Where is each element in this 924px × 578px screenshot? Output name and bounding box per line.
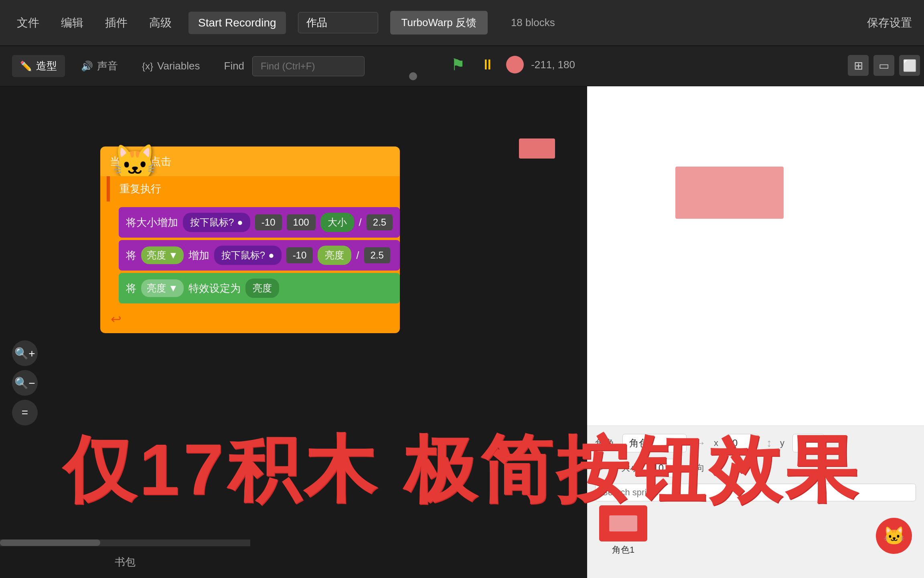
size-label-oval: 大小 (320, 213, 354, 232)
main-content: 🐱 当 ⚑ 被点击 重复执行 将大小增加 按下鼠 (0, 86, 924, 578)
sprite-item-label: 角色1 (612, 544, 634, 556)
sprite-row2: 👁 ● 大小 方向 (595, 459, 916, 477)
size-input[interactable] (647, 459, 679, 477)
sprite-panel: 角色 ↔ x ↕ y 👁 ● 大小 方向 (587, 425, 924, 578)
code-area[interactable]: 🐱 当 ⚑ 被点击 重复执行 将大小增加 按下鼠 (0, 86, 587, 578)
brightness-text-1: 亮度 (147, 249, 166, 262)
stage-small-button[interactable]: ▭ (873, 55, 894, 76)
costume-tab-label: 造型 (36, 59, 57, 73)
menu-edit[interactable]: 编辑 (56, 12, 88, 34)
change-text-2: 将 (126, 281, 136, 295)
find-label: Find (224, 60, 245, 72)
repeat-label: 重复执行 (107, 176, 400, 201)
sprite-thumb-inner (609, 515, 637, 531)
val-25-2: 2.5 (364, 247, 390, 263)
stage-red-rectangle (675, 167, 784, 219)
bag-label: 书包 (115, 555, 136, 569)
green-flag-button[interactable]: ⚑ (447, 53, 469, 76)
dropdown-arrow-1: ▼ (168, 250, 178, 261)
visibility-dot: ● (608, 463, 613, 473)
tab-blocks[interactable]: 18 blocks (500, 12, 566, 34)
tab-sound[interactable]: 🔊 声音 (73, 55, 126, 77)
brightness-text-3: 亮度 (147, 282, 166, 295)
inner-blocks: 将大小增加 按下鼠标? ● -10 100 大小 / 2.5 (107, 201, 400, 309)
sprite-row1: 角色 ↔ x ↕ y (595, 434, 916, 452)
dropdown-arrow-3: ▼ (168, 283, 178, 294)
add-text: 增加 (188, 248, 209, 263)
tab-costume[interactable]: ✏️ 造型 (12, 55, 65, 77)
horizontal-scrollbar[interactable] (0, 539, 250, 546)
change-size-text: 将大小增加 (126, 216, 178, 230)
zoom-reset-button[interactable]: = (12, 400, 38, 425)
tab-variables[interactable]: {x} Variables (134, 56, 208, 76)
pause-icon: ⏸ (480, 56, 495, 73)
zoom-out-button[interactable]: 🔍− (12, 370, 38, 396)
menu-plugin[interactable]: 插件 (100, 12, 132, 34)
val-neg10-2: -10 (286, 247, 313, 263)
canvas-decoration-rect (519, 138, 555, 159)
sprite-list-area: 角色1 (595, 484, 916, 560)
repeat-bottom-arrow: ↩ (107, 309, 400, 327)
mouse-down-text-1: 按下鼠标? (190, 216, 234, 229)
effect-pill[interactable]: 亮度 (245, 279, 279, 298)
add-extension-button[interactable]: ⊞ (848, 55, 869, 76)
variables-tab-label: Variables (157, 60, 200, 72)
direction-label: 方向 (687, 462, 705, 474)
sound-icon: 🔊 (81, 61, 93, 72)
menu-advanced[interactable]: 高级 (144, 12, 176, 34)
coordinates-display: -211, 180 (531, 59, 575, 71)
dot-1: ● (237, 217, 243, 228)
green-flag-icon: ⚑ (451, 55, 465, 74)
search-sprites-input[interactable] (595, 484, 916, 501)
add-extension-icon: ⊞ (854, 59, 863, 72)
stage-panel: 角色 ↔ x ↕ y 👁 ● 大小 方向 (587, 86, 924, 578)
project-name-input[interactable] (298, 12, 378, 33)
repeat-block[interactable]: 重复执行 将大小增加 按下鼠标? ● -10 100 大小 (100, 176, 400, 333)
stage-large-button[interactable]: ⬜ (899, 55, 920, 76)
size-label-sprite: 大小 (621, 462, 639, 474)
slash-1: / (359, 216, 362, 229)
variables-icon: {x} (142, 61, 153, 72)
stage-large-icon: ⬜ (903, 59, 917, 72)
sub-toolbar: ✏️ 造型 🔊 声音 {x} Variables Find ⚑ ⏸ -211, … (0, 46, 924, 86)
sound-tab-label: 声音 (97, 59, 118, 73)
sprite-name-input[interactable] (622, 434, 687, 452)
pause-button[interactable]: ⏸ (476, 53, 499, 76)
val-100: 100 (287, 214, 316, 230)
y-coord-input[interactable] (792, 434, 825, 452)
mouse-down-pill-1[interactable]: 按下鼠标? ● (183, 213, 250, 232)
brightness-oval-2: 亮度 (318, 246, 351, 265)
dot-2: ● (268, 250, 274, 261)
set-effect-text: 特效设定为 (188, 281, 241, 295)
y-arrow-icon: ↕ (766, 437, 772, 450)
sprite-label: 角色 (595, 437, 614, 450)
set-effect-block[interactable]: 将 亮度 ▼ 特效设定为 亮度 (119, 273, 400, 303)
start-recording-button[interactable]: Start Recording (188, 12, 286, 34)
arrows-icon: ↔ (695, 437, 706, 450)
chat-icon-button[interactable]: 🐱 (876, 518, 912, 554)
slash-2: / (356, 249, 359, 262)
visibility-item: 👁 ● (595, 462, 613, 474)
menu-file[interactable]: 文件 (12, 12, 44, 34)
find-input[interactable] (252, 56, 365, 76)
save-button[interactable]: 保存设置 (867, 15, 912, 31)
brightness-oval-1[interactable]: 亮度 ▼ (141, 246, 184, 264)
x-coord-input[interactable] (726, 434, 758, 452)
zoom-out-icon: 🔍− (14, 377, 35, 390)
mouse-down-text-2: 按下鼠标? (221, 249, 265, 262)
mouse-down-pill-2[interactable]: 按下鼠标? ● (214, 246, 282, 265)
change-size-block[interactable]: 将大小增加 按下鼠标? ● -10 100 大小 / 2.5 (119, 207, 400, 238)
stage-small-icon: ▭ (879, 59, 889, 72)
stage-canvas[interactable] (587, 86, 924, 425)
zoom-reset-icon: = (22, 406, 28, 419)
menu-bar: 文件 编辑 插件 高级 Start Recording TurboWarp 反馈… (0, 0, 924, 46)
zoom-controls: 🔍+ 🔍− = (12, 340, 38, 425)
sprite-item-1[interactable]: 角色1 (599, 505, 647, 556)
stop-button[interactable] (506, 56, 524, 73)
tab-turbowarp[interactable]: TurboWarp 反馈 (390, 11, 488, 35)
eye-icon: 👁 (595, 462, 605, 474)
scrollbar-thumb[interactable] (0, 539, 100, 546)
zoom-in-button[interactable]: 🔍+ (12, 340, 38, 366)
brightness-oval-3[interactable]: 亮度 ▼ (141, 279, 184, 297)
change-brightness-block[interactable]: 将 亮度 ▼ 增加 按下鼠标? ● -10 (119, 240, 400, 271)
